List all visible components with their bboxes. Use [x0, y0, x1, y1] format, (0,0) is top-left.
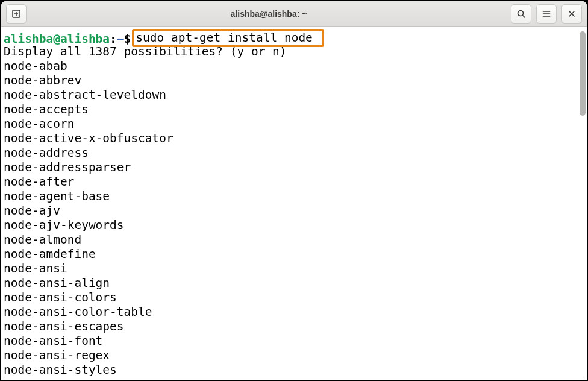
- close-icon: [568, 10, 576, 18]
- package-line: node-ansi-colors: [4, 291, 587, 305]
- hamburger-icon: [542, 9, 551, 19]
- command-text: sudo apt-get install node: [136, 31, 319, 45]
- window-title: alishba@alishba: ~: [28, 9, 510, 19]
- package-line: node-abbrev: [4, 74, 587, 88]
- command-highlight-box: sudo apt-get install node: [132, 29, 324, 47]
- package-line: node-addressparser: [4, 160, 587, 175]
- package-line: node-after: [4, 175, 587, 189]
- close-button[interactable]: [561, 4, 582, 24]
- package-line: node-abstract-leveldown: [4, 88, 587, 102]
- terminal-window: alishba@alishba: ~: [1, 1, 587, 380]
- titlebar: alishba@alishba: ~: [1, 1, 587, 27]
- package-line: node-ansi-regex: [4, 348, 587, 363]
- new-tab-button[interactable]: [6, 4, 27, 24]
- search-button[interactable]: [511, 4, 531, 24]
- package-line: node-amdefine: [4, 247, 587, 262]
- package-line: node-ansi-color-table: [4, 305, 587, 320]
- search-icon: [516, 9, 526, 19]
- package-line: node-ansi-escapes: [4, 320, 587, 334]
- package-line: node-ansi-align: [4, 276, 587, 291]
- prompt-line: alishba@alishba:~$ sudo apt-get install …: [4, 30, 587, 45]
- package-line: node-almond: [4, 233, 587, 247]
- package-line: node-agent-base: [4, 189, 587, 204]
- titlebar-right-controls: [510, 4, 583, 24]
- terminal-output-area[interactable]: alishba@alishba:~$ sudo apt-get install …: [1, 27, 587, 380]
- package-list: node-ababnode-abbrevnode-abstract-leveld…: [4, 59, 587, 377]
- package-line: node-ansi-font: [4, 334, 587, 348]
- package-line: node-address: [4, 146, 587, 160]
- svg-line-4: [523, 15, 525, 17]
- new-tab-icon: [11, 9, 21, 19]
- package-line: node-abab: [4, 59, 587, 74]
- package-line: node-ansi-styles: [4, 363, 587, 377]
- package-line: node-accepts: [4, 102, 587, 117]
- menu-button[interactable]: [536, 4, 557, 24]
- package-line: node-active-x-obfuscator: [4, 131, 587, 146]
- scrollbar-thumb[interactable]: [580, 31, 586, 116]
- package-line: node-ansi: [4, 262, 587, 276]
- package-line: node-ajv: [4, 204, 587, 218]
- package-line: node-acorn: [4, 117, 587, 131]
- package-line: node-ajv-keywords: [4, 218, 587, 233]
